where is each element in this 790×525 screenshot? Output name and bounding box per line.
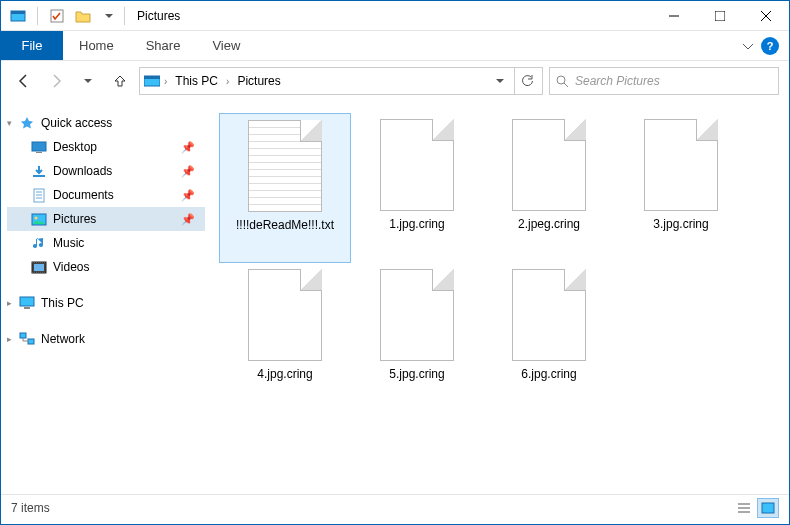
nav-item-downloads[interactable]: Downloads📌 <box>7 159 205 183</box>
nav-label: Desktop <box>53 140 97 154</box>
documents-icon <box>31 187 47 203</box>
refresh-button[interactable] <box>514 68 538 94</box>
chevron-right-icon[interactable]: ▸ <box>7 298 12 308</box>
nav-label: This PC <box>41 296 84 310</box>
star-icon <box>19 115 35 131</box>
pin-icon: 📌 <box>181 141 195 154</box>
item-count: 7 items <box>11 501 50 515</box>
file-item[interactable]: 3.jpg.cring <box>615 113 747 263</box>
properties-icon[interactable] <box>46 5 68 27</box>
nav-label: Quick access <box>41 116 112 130</box>
network-icon <box>19 331 35 347</box>
file-name: 4.jpg.cring <box>257 367 312 383</box>
titlebar: Pictures <box>1 1 789 31</box>
help-button[interactable]: ? <box>761 37 779 55</box>
file-icon <box>380 119 454 211</box>
address-bar[interactable]: › This PC › Pictures <box>139 67 543 95</box>
pin-icon: 📌 <box>181 213 195 226</box>
svg-rect-18 <box>762 503 774 513</box>
qat-dropdown-icon[interactable] <box>98 5 120 27</box>
svg-rect-8 <box>36 152 42 153</box>
file-item[interactable]: 4.jpg.cring <box>219 263 351 413</box>
file-name: 3.jpg.cring <box>653 217 708 233</box>
chevron-right-icon[interactable]: › <box>164 76 167 87</box>
svg-rect-15 <box>24 307 30 309</box>
minimize-button[interactable] <box>651 1 697 31</box>
desktop-icon <box>31 139 47 155</box>
separator <box>37 7 38 25</box>
svg-rect-3 <box>715 11 725 21</box>
file-name: 5.jpg.cring <box>389 367 444 383</box>
nav-label: Downloads <box>53 164 112 178</box>
icons-view-button[interactable] <box>757 498 779 518</box>
search-box[interactable] <box>549 67 779 95</box>
file-item[interactable]: 2.jpeg.cring <box>483 113 615 263</box>
nav-item-documents[interactable]: Documents📌 <box>7 183 205 207</box>
nav-item-desktop[interactable]: Desktop📌 <box>7 135 205 159</box>
file-item[interactable]: 5.jpg.cring <box>351 263 483 413</box>
svg-rect-7 <box>32 142 46 151</box>
window-title: Pictures <box>137 9 180 23</box>
file-list[interactable]: !!!!deReadMe!!!.txt1.jpg.cring2.jpeg.cri… <box>211 101 789 494</box>
file-name: 2.jpeg.cring <box>518 217 580 233</box>
nav-network[interactable]: ▸ Network <box>7 327 205 351</box>
up-button[interactable] <box>107 68 133 94</box>
nav-quick-access[interactable]: ▾ Quick access <box>7 111 205 135</box>
pin-icon: 📌 <box>181 165 195 178</box>
recent-locations-button[interactable] <box>75 68 101 94</box>
breadcrumb-item[interactable]: This PC <box>171 72 222 90</box>
address-dropdown-icon[interactable] <box>490 77 510 85</box>
tab-home[interactable]: Home <box>63 31 130 60</box>
nav-item-videos[interactable]: Videos <box>7 255 205 279</box>
breadcrumb-item[interactable]: Pictures <box>233 72 284 90</box>
chevron-right-icon[interactable]: ▸ <box>7 334 12 344</box>
file-icon <box>512 119 586 211</box>
details-view-button[interactable] <box>733 498 755 518</box>
status-bar: 7 items <box>1 494 789 520</box>
pictures-icon <box>31 211 47 227</box>
forward-button[interactable] <box>43 68 69 94</box>
svg-rect-14 <box>20 297 34 306</box>
file-name: !!!!deReadMe!!!.txt <box>236 218 334 234</box>
svg-point-6 <box>557 76 565 84</box>
file-item[interactable]: 1.jpg.cring <box>351 113 483 263</box>
nav-item-music[interactable]: Music <box>7 231 205 255</box>
navigation-row: › This PC › Pictures <box>1 61 789 101</box>
videos-icon <box>31 259 47 275</box>
window-controls <box>651 1 789 31</box>
svg-rect-5 <box>144 76 160 79</box>
nav-label: Music <box>53 236 84 250</box>
search-input[interactable] <box>575 74 772 88</box>
pin-icon: 📌 <box>181 189 195 202</box>
file-item[interactable]: 6.jpg.cring <box>483 263 615 413</box>
tab-share[interactable]: Share <box>130 31 197 60</box>
file-item[interactable]: !!!!deReadMe!!!.txt <box>219 113 351 263</box>
music-icon <box>31 235 47 251</box>
svg-rect-1 <box>11 11 25 14</box>
file-icon <box>248 120 322 212</box>
chevron-down-icon[interactable]: ▾ <box>7 118 12 128</box>
file-name: 1.jpg.cring <box>389 217 444 233</box>
nav-label: Documents <box>53 188 114 202</box>
nav-item-pictures[interactable]: Pictures📌 <box>7 207 205 231</box>
downloads-icon <box>31 163 47 179</box>
search-icon <box>556 75 569 88</box>
app-icon[interactable] <box>7 5 29 27</box>
new-folder-icon[interactable] <box>72 5 94 27</box>
separator <box>124 7 125 25</box>
nav-this-pc[interactable]: ▸ This PC <box>7 291 205 315</box>
nav-label: Network <box>41 332 85 346</box>
nav-label: Pictures <box>53 212 96 226</box>
ribbon-expand-icon[interactable] <box>743 41 753 51</box>
svg-rect-16 <box>20 333 26 338</box>
file-icon <box>380 269 454 361</box>
chevron-right-icon[interactable]: › <box>226 76 229 87</box>
file-tab[interactable]: File <box>1 31 63 60</box>
back-button[interactable] <box>11 68 37 94</box>
close-button[interactable] <box>743 1 789 31</box>
file-icon <box>644 119 718 211</box>
tab-view[interactable]: View <box>196 31 256 60</box>
maximize-button[interactable] <box>697 1 743 31</box>
location-icon <box>144 73 160 89</box>
nav-label: Videos <box>53 260 89 274</box>
